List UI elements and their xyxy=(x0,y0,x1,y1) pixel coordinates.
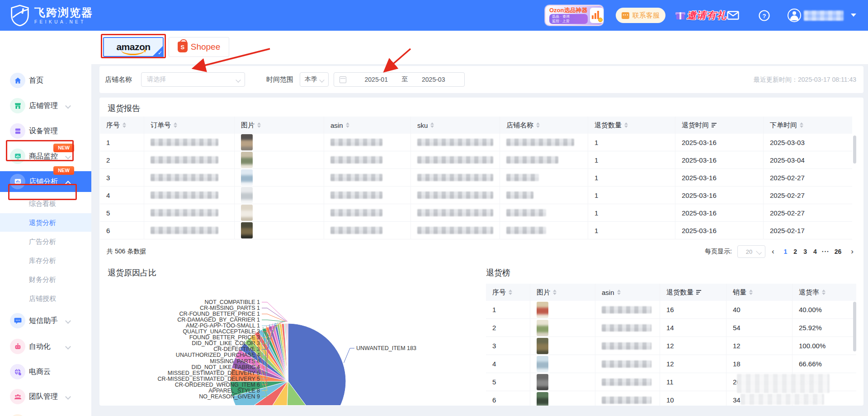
report-table-scrollbar[interactable] xyxy=(853,136,856,164)
username-redacted[interactable] xyxy=(804,10,844,21)
column-header[interactable]: 图片 xyxy=(235,117,324,134)
last-updated-text: 最近更新时间：2025-03-17 08:11:43 xyxy=(754,66,856,93)
redacted-text xyxy=(330,156,382,164)
sidebar-item-9[interactable]: 财务管理 xyxy=(0,411,91,416)
page-number-4[interactable]: 4 xyxy=(810,248,820,255)
redacted-text xyxy=(330,227,382,234)
chevron-up-icon xyxy=(65,181,71,187)
sort-icon[interactable] xyxy=(174,122,177,128)
chart-coins-icon xyxy=(590,8,604,23)
sort-icon[interactable] xyxy=(123,122,126,128)
column-header[interactable]: asin xyxy=(324,117,411,134)
sidebar-subitem-0[interactable]: 综合看板 xyxy=(0,194,91,213)
total-count: 共 506 条数据 xyxy=(107,248,146,256)
column-header[interactable]: 店铺名称 xyxy=(500,117,588,134)
sort-icon[interactable] xyxy=(749,290,753,295)
wallet-icon xyxy=(10,414,25,416)
column-header[interactable]: asin xyxy=(595,284,660,301)
time-range-select[interactable]: 本季 xyxy=(300,72,329,87)
product-image xyxy=(241,222,253,238)
redacted-text xyxy=(602,397,651,404)
sort-icon[interactable] xyxy=(553,290,557,295)
sidebar-item-6[interactable]: 自动化 xyxy=(0,336,91,357)
redacted-text xyxy=(417,227,493,234)
return-reasons-pie-chart[interactable]: UNWANTED_ITEM 183NOT_COMPATIBLE 1CR-MISS… xyxy=(100,264,462,405)
column-header[interactable]: 销量 xyxy=(726,284,793,301)
table-row[interactable]: 212025-03-162025-03-04 xyxy=(100,151,852,169)
column-header[interactable]: 序号 xyxy=(486,284,530,301)
column-header[interactable]: 退货率 xyxy=(793,284,856,301)
avatar[interactable] xyxy=(788,9,801,22)
ozon-badge-title: Ozon选品神器 xyxy=(549,7,588,14)
column-header[interactable]: 订单号 xyxy=(144,117,235,134)
table-row[interactable]: 512025-03-162025-02-27 xyxy=(100,204,852,222)
page-number-2[interactable]: 2 xyxy=(790,248,800,255)
sidebar-subitem-4[interactable]: 财务分析 xyxy=(0,270,91,289)
sidebar-item-4[interactable]: 店铺分析 xyxy=(0,171,91,192)
column-header[interactable]: 下单时间 xyxy=(764,117,852,134)
sort-icon[interactable] xyxy=(536,122,540,128)
mail-icon[interactable] xyxy=(727,11,739,20)
sidebar-subitem-5[interactable]: 店铺授权 xyxy=(0,289,91,308)
sort-icon[interactable] xyxy=(509,290,512,295)
table-row[interactable]: 612025-03-162025-02-17 xyxy=(100,222,852,239)
sort-icon[interactable] xyxy=(800,122,803,128)
sort-icon[interactable] xyxy=(257,122,261,128)
sidebar-item-7[interactable]: 电商云 xyxy=(0,361,91,382)
column-header[interactable]: sku xyxy=(411,117,500,134)
sidebar-item-3[interactable]: 商品监控 xyxy=(0,146,91,167)
contact-support-button[interactable]: 联系客服 xyxy=(616,8,665,23)
chevron-down-icon xyxy=(319,77,324,82)
table-row[interactable]: 312025-03-162025-02-27 xyxy=(100,169,852,187)
ozon-promo-badge[interactable]: Ozon选品神器 选品 · 查词 监控 · 上货 xyxy=(545,5,604,26)
table-row[interactable]: 112025-03-162025-03-03 xyxy=(100,134,852,151)
redacted-text xyxy=(506,174,539,181)
page-number-26[interactable]: 26 xyxy=(831,248,845,255)
redacted-text xyxy=(330,174,382,181)
date-range-picker[interactable]: 2025-01 至 2025-03 xyxy=(334,72,465,87)
prev-page-button[interactable]: ‹ xyxy=(769,246,777,257)
shop-select[interactable]: 请选择 xyxy=(141,72,245,87)
sort-icon[interactable] xyxy=(346,122,349,128)
page-number-3[interactable]: 3 xyxy=(800,248,810,255)
sidebar-item-0[interactable]: 首页 xyxy=(0,70,91,91)
sidebar-item-1[interactable]: 店铺管理 xyxy=(0,95,91,116)
invite-reward-link[interactable]: 邀请有礼 xyxy=(675,9,726,22)
table-row[interactable]: 4121866.66% xyxy=(486,355,856,373)
column-header[interactable]: 序号 xyxy=(100,117,144,134)
column-header[interactable]: 图片 xyxy=(530,284,595,301)
column-header[interactable]: 退货数量 xyxy=(660,284,726,301)
next-page-button[interactable]: › xyxy=(848,246,856,257)
sidebar-subitem-3[interactable]: 库存分析 xyxy=(0,251,91,270)
sort-icon[interactable] xyxy=(617,290,621,295)
help-icon[interactable]: ? xyxy=(759,10,770,21)
sort-icon[interactable] xyxy=(430,122,434,128)
tab-shopee[interactable]: S Shopee xyxy=(169,37,229,57)
page-size-select[interactable]: 20 xyxy=(737,245,765,258)
app-logo[interactable]: 飞跨浏览器 FEIKUA.NET xyxy=(10,5,93,26)
sidebar-item-5[interactable]: 短信助手 xyxy=(0,310,91,331)
sort-icon[interactable] xyxy=(624,122,628,128)
sort-desc-icon[interactable] xyxy=(696,290,701,294)
table-row[interactable]: 2145425.92% xyxy=(486,319,856,337)
sidebar-subitem-1[interactable]: 退货分析 xyxy=(0,213,91,232)
product-image xyxy=(241,134,253,150)
column-header[interactable]: 退货数量 xyxy=(588,117,675,134)
product-image xyxy=(241,205,253,221)
sidebar-subitem-2[interactable]: 广告分析 xyxy=(0,232,91,251)
table-row[interactable]: 1164040.00% xyxy=(486,301,856,319)
tab-amazon[interactable]: amazon ✓ xyxy=(103,37,164,57)
page-number-1[interactable]: 1 xyxy=(781,248,791,255)
sidebar-item-8[interactable]: 团队管理 xyxy=(0,386,91,407)
chevron-down-icon[interactable] xyxy=(851,14,856,17)
pie-title: 退货原因占比 xyxy=(108,267,156,278)
redacted-text xyxy=(506,209,546,216)
sidebar-item-2[interactable]: 设备管理 xyxy=(0,121,91,141)
table-row[interactable]: 412025-03-162025-02-27 xyxy=(100,187,852,204)
table-row[interactable]: 31212100.00% xyxy=(486,337,856,355)
sort-icon[interactable] xyxy=(822,290,826,295)
sort-desc-icon[interactable] xyxy=(712,123,717,127)
date-end: 2025-03 xyxy=(408,76,459,83)
column-header[interactable]: 退货时间 xyxy=(675,117,764,134)
rank-table-scrollbar[interactable] xyxy=(853,302,856,351)
